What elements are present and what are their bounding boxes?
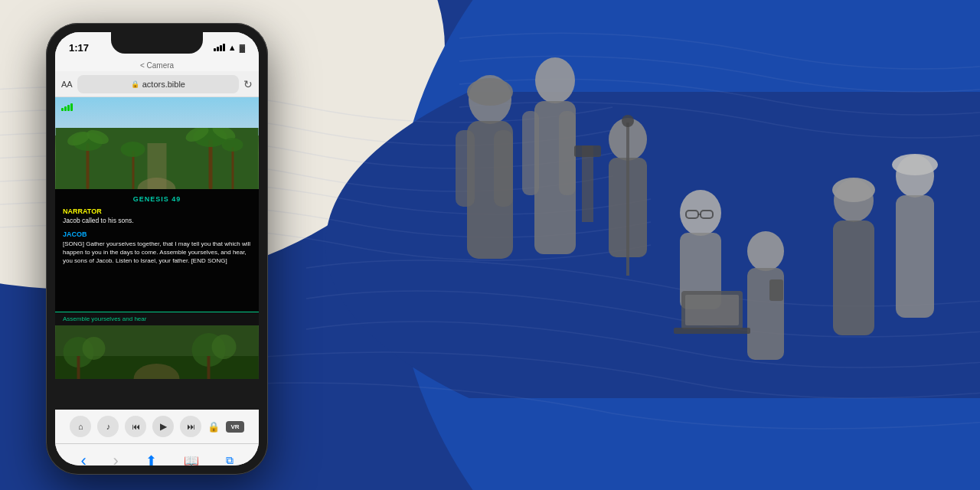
svg-rect-56 [207,356,211,379]
signal-bar-1 [214,48,216,51]
bookmarks-button[interactable]: 📖 [184,453,199,466]
signal-bars [214,44,225,51]
signal-bar-2 [217,47,219,51]
svg-rect-4 [494,130,513,207]
browser-lock-icon: 🔒 [131,80,139,88]
status-time: 1:17 [69,42,89,54]
svg-rect-9 [559,111,576,195]
wifi-icon: ▲ [228,43,237,52]
scene-top-image [55,97,259,189]
chapter-label: GENESIS 49 [63,195,251,203]
share-button[interactable]: ⬆ [145,452,157,466]
audio-button[interactable]: ♪ [97,416,119,437]
forward-button[interactable]: ⏭ [180,416,201,437]
phone-frame: 1:17 ▲ ▓ < Camera AA 🔒 [46,23,268,475]
camera-label: < Camera [55,60,259,71]
forward-button-safari[interactable]: › [113,451,119,466]
tabs-button[interactable]: ⧉ [226,454,234,466]
player-controls[interactable]: ⌂ ♪ ⏮ ▶ ⏭ 🔒 VR [55,410,259,443]
svg-rect-30 [674,328,750,334]
teleprompter-bar: Assemble yourselves and hear [55,312,259,325]
svg-rect-46 [232,147,234,189]
svg-rect-21 [769,279,783,301]
people-photo [383,31,980,490]
svg-point-47 [222,138,243,152]
svg-rect-12 [626,122,629,276]
svg-point-52 [83,337,106,360]
browser-url-text: actors.bible [142,80,185,89]
scene-bottom-image [55,325,259,379]
narrator-text: Jacob called to his sons. [63,217,251,226]
app-content: GENESIS 49 NARRATOR Jacob called to his … [55,97,259,410]
svg-rect-32 [574,145,601,157]
svg-rect-55 [77,356,80,379]
svg-point-6 [535,57,575,103]
svg-rect-26 [896,195,934,318]
svg-rect-29 [685,295,739,325]
signal-bar-4 [223,44,225,51]
teleprompter-text: Assemble yourselves and hear [63,315,146,322]
svg-point-19 [747,231,784,271]
status-icons: ▲ ▓ [214,43,245,52]
phone-notch [111,32,203,54]
phone-mockup: 1:17 ▲ ▓ < Camera AA 🔒 [46,23,268,475]
browser-bar[interactable]: AA 🔒 actors.bible ↻ [55,71,259,97]
svg-rect-3 [456,130,475,207]
svg-point-13 [622,115,634,127]
browser-url-bar[interactable]: 🔒 actors.bible [77,75,239,93]
svg-rect-35 [148,143,167,189]
battery-icon: ▓ [240,44,245,52]
svg-point-54 [212,335,237,359]
jacob-speaker-label: JACOB [63,230,251,238]
vr-button[interactable]: VR [226,421,243,433]
jacob-song-text: [SONG] Gather yourselves together, that … [63,240,251,266]
lock-control-icon[interactable]: 🔒 [207,421,220,433]
svg-rect-24 [833,220,874,335]
play-button[interactable]: ▶ [152,416,174,437]
signal-bar-3 [220,45,222,51]
phone-screen: 1:17 ▲ ▓ < Camera AA 🔒 [55,32,259,466]
svg-point-23 [832,178,875,202]
svg-point-27 [892,154,938,175]
scripture-overlay: GENESIS 49 NARRATOR Jacob called to his … [55,189,259,312]
svg-point-41 [121,142,145,157]
browser-aa[interactable]: AA [61,80,73,89]
back-button[interactable]: ‹ [80,451,86,466]
svg-rect-8 [522,111,539,195]
home-button[interactable]: ⌂ [70,416,91,437]
narrator-speaker-label: NARRATOR [63,207,251,215]
rewind-button[interactable]: ⏮ [125,416,146,437]
svg-point-5 [467,78,513,106]
browser-reload-icon[interactable]: ↻ [243,78,253,90]
safari-bottom-bar[interactable]: ‹ › ⬆ 📖 ⧉ [55,443,259,466]
